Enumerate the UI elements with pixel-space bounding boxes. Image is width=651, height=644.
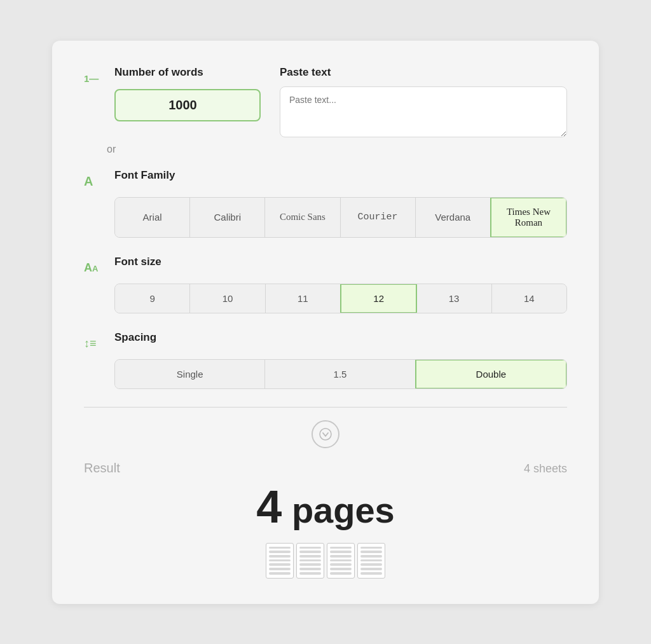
pages-result: 4 pages: [84, 481, 567, 533]
font-family-label: Font Family: [114, 169, 175, 182]
words-label: Number of words: [114, 66, 203, 79]
words-icon: 1—: [84, 73, 99, 84]
font-courier[interactable]: Courier: [341, 198, 416, 237]
spacing-1-5[interactable]: 1.5: [265, 360, 415, 388]
font-size-13[interactable]: 13: [416, 284, 491, 313]
pages-number: 4: [256, 481, 282, 532]
spacing-single[interactable]: Single: [115, 360, 265, 388]
font-size-10[interactable]: 10: [190, 284, 265, 313]
font-family-icon: A: [84, 174, 93, 189]
page-2: [296, 543, 324, 579]
or-text: or: [107, 144, 567, 155]
spacing-icon: ↕≡: [84, 337, 97, 350]
font-calibri[interactable]: Calibri: [190, 198, 265, 237]
page-3: [327, 543, 355, 579]
font-comic-sans[interactable]: Comic Sans: [265, 198, 340, 237]
words-input[interactable]: [114, 89, 261, 121]
font-size-14[interactable]: 14: [492, 284, 566, 313]
font-size-9[interactable]: 9: [115, 284, 190, 313]
download-arrow-button[interactable]: [312, 420, 339, 448]
svg-point-0: [320, 428, 331, 440]
divider: [84, 407, 567, 408]
font-size-group: 9 10 11 12 13 14: [114, 284, 567, 313]
font-size-11[interactable]: 11: [266, 284, 341, 313]
font-verdana[interactable]: Verdana: [416, 198, 491, 237]
main-card: 1— Number of words Paste text or A Font …: [52, 41, 599, 604]
font-size-12[interactable]: 12: [340, 284, 417, 313]
font-size-icon: AA: [84, 261, 98, 275]
page-4: [357, 543, 385, 579]
result-label: Result: [84, 461, 120, 476]
page-1: [266, 543, 294, 579]
spacing-label: Spacing: [114, 331, 156, 344]
font-size-label: Font size: [114, 256, 161, 268]
paste-label: Paste text: [280, 66, 567, 79]
spacing-double[interactable]: Double: [415, 359, 567, 389]
font-times-new-roman[interactable]: Times New Roman: [490, 197, 567, 238]
spacing-group: Single 1.5 Double: [114, 359, 567, 389]
pages-visual: [84, 543, 567, 579]
sheets-label: 4 sheets: [524, 462, 567, 476]
paste-textarea[interactable]: [280, 86, 567, 137]
font-family-group: Arial Calibri Comic Sans Courier Verdana…: [114, 197, 567, 238]
pages-text: pages: [292, 490, 395, 530]
font-arial[interactable]: Arial: [115, 198, 190, 237]
